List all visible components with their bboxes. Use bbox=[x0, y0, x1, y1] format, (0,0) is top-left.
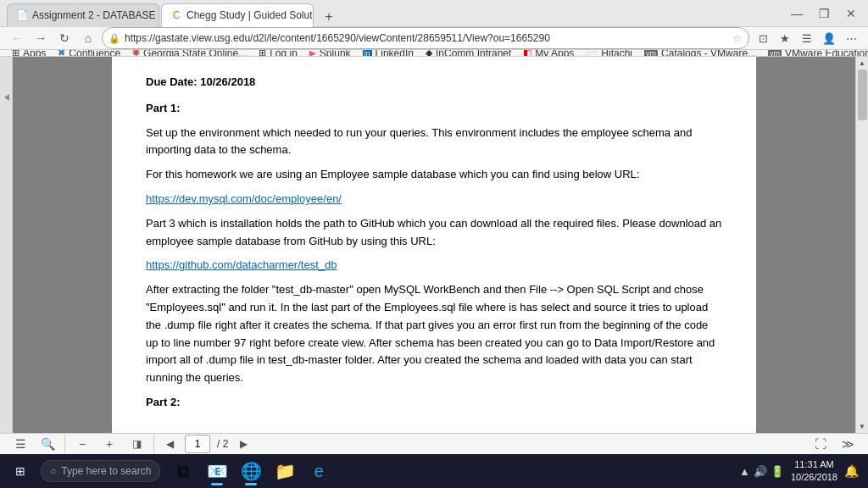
taskbar-search-label: Type here to search bbox=[61, 465, 151, 477]
maximize-button[interactable]: ❐ bbox=[814, 7, 834, 20]
bookmark-confluence[interactable]: ✖ Confluence bbox=[53, 50, 125, 57]
scroll-down-button[interactable]: ▼ bbox=[856, 420, 869, 433]
bookmark-incomm[interactable]: ◆ InComm Intranet bbox=[420, 50, 516, 57]
confluence-icon: ✖ bbox=[58, 50, 65, 57]
taskbar-chrome[interactable]: 🌐 bbox=[235, 455, 267, 487]
bookmark-vmware-edu[interactable]: vm VMware Education bbox=[763, 50, 868, 57]
url-container: 🔒 ☆ bbox=[102, 27, 749, 49]
bookmark-incomm-label: InComm Intranet bbox=[436, 50, 511, 57]
bookmark-gsu[interactable]: ❋ Georgia State Online... bbox=[127, 50, 252, 57]
pdf-page-number[interactable] bbox=[185, 435, 210, 453]
taskbar-outlook[interactable]: 📧 bbox=[201, 455, 233, 487]
bookmark-splunk-label: Splunk bbox=[320, 50, 351, 57]
tab1-favicon: 📄 bbox=[16, 9, 28, 21]
new-tab-button[interactable]: + bbox=[319, 7, 339, 27]
bookmark-hitachi[interactable]: 📄 Hitachi bbox=[581, 50, 637, 57]
left-arrow-icon[interactable] bbox=[3, 94, 9, 101]
incomm-icon: ◆ bbox=[426, 50, 432, 57]
taskview-icon: ⧉ bbox=[177, 462, 189, 481]
bookmark-splunk[interactable]: ▶ Splunk bbox=[304, 50, 356, 57]
toolbar-separator2 bbox=[153, 435, 154, 452]
mysql-link[interactable]: https://dev.mysql.com/doc/employee/en/ bbox=[146, 192, 342, 205]
taskbar-taskview[interactable]: ⧉ bbox=[167, 455, 199, 487]
history-button[interactable]: ⊡ bbox=[753, 28, 773, 48]
bookmark-vmware-catalogs[interactable]: vm Catalogs - VMware... bbox=[639, 50, 761, 57]
profile-button[interactable]: 👤 bbox=[819, 28, 839, 48]
notification-button[interactable]: 🔔 bbox=[844, 464, 858, 478]
hub-button[interactable]: ☰ bbox=[797, 28, 817, 48]
bookmarks-bar: ⊞ Apps ✖ Confluence ❋ Georgia State Onli… bbox=[0, 50, 868, 57]
pdf-content: Due Date: 10/26/2018 Part 1: Set up the … bbox=[146, 74, 722, 412]
tabs-container: 📄 Assignment 2 - DATABASE SYST... ✕ C Ch… bbox=[7, 0, 787, 27]
bookmark-apps[interactable]: ⊞ Apps bbox=[7, 50, 51, 57]
edge-icon: e bbox=[314, 462, 324, 481]
favorites-button[interactable]: ★ bbox=[775, 28, 795, 48]
toolbar-separator1 bbox=[64, 435, 65, 452]
main-area: Due Date: 10/26/2018 Part 1: Set up the … bbox=[0, 57, 868, 433]
left-sidebar bbox=[0, 57, 13, 433]
address-bar: ← → ↻ ⌂ 🔒 ☆ ⊡ ★ ☰ 👤 ⋯ bbox=[0, 27, 868, 50]
network-icon[interactable]: ▲ bbox=[739, 465, 750, 478]
scroll-thumb[interactable] bbox=[858, 69, 867, 120]
linkedin-icon: in bbox=[363, 50, 372, 57]
pdf-sidebar-toggle[interactable]: ☰ bbox=[10, 434, 31, 454]
pdf-search-button[interactable]: 🔍 bbox=[37, 434, 58, 454]
login-icon: ⊞ bbox=[259, 50, 266, 57]
home-button[interactable]: ⌂ bbox=[78, 28, 98, 48]
taskbar-clock[interactable]: 11:31 AM 10/26/2018 bbox=[791, 458, 837, 485]
taskbar-time-display: 11:31 AM bbox=[794, 458, 833, 471]
bookmark-myapps[interactable]: ◧ My Apps bbox=[518, 50, 579, 57]
pdf-fit-page[interactable]: ◨ bbox=[126, 434, 147, 454]
start-button[interactable]: ⊞ bbox=[3, 454, 37, 488]
vmware-edu-icon: vm bbox=[768, 50, 782, 57]
myapps-icon: ◧ bbox=[523, 50, 531, 57]
forward-button[interactable]: → bbox=[31, 28, 51, 48]
pdf-toolbar: ☰ 🔍 − + ◨ ◀ / 2 ▶ ⛶ ≫ bbox=[0, 433, 868, 454]
splunk-icon: ▶ bbox=[309, 50, 316, 57]
pdf-fullscreen-button[interactable]: ⛶ bbox=[810, 434, 831, 454]
taskbar-apps: ⧉ 📧 🌐 📁 e bbox=[167, 455, 335, 487]
pdf-prev-page[interactable]: ◀ bbox=[161, 435, 178, 452]
pdf-zoom-in[interactable]: + bbox=[99, 434, 120, 454]
close-button[interactable]: ✕ bbox=[841, 7, 861, 20]
part1-heading: Part 1: bbox=[146, 100, 722, 118]
scroll-up-button[interactable]: ▲ bbox=[856, 57, 869, 69]
pdf-expand-button[interactable]: ≫ bbox=[837, 434, 858, 454]
bookmark-gsu-label: Georgia State Online... bbox=[143, 50, 247, 57]
bookmark-linkedin-label: LinkedIn bbox=[376, 50, 414, 57]
right-scrollbar: ▲ ▼ bbox=[855, 57, 868, 433]
scroll-track[interactable] bbox=[856, 69, 869, 420]
address-bar-icons: ⊡ ★ ☰ 👤 ⋯ bbox=[753, 28, 861, 48]
taskbar-search[interactable]: ○ Type here to search bbox=[41, 460, 160, 482]
ssl-lock-icon: 🔒 bbox=[108, 33, 120, 44]
bookmark-apps-label: Apps bbox=[23, 50, 46, 57]
bookmark-star-icon[interactable]: ☆ bbox=[732, 32, 743, 45]
battery-icon[interactable]: 🔋 bbox=[771, 465, 784, 478]
volume-icon[interactable]: 🔊 bbox=[754, 465, 767, 478]
bookmark-vmware-edu-label: VMware Education bbox=[785, 50, 868, 57]
refresh-button[interactable]: ↻ bbox=[54, 28, 75, 48]
minimize-button[interactable]: — bbox=[787, 7, 807, 20]
taskbar-edge[interactable]: e bbox=[303, 455, 335, 487]
pdf-next-page[interactable]: ▶ bbox=[235, 435, 252, 452]
outlook-icon: 📧 bbox=[207, 461, 228, 481]
bookmark-confluence-label: Confluence bbox=[69, 50, 120, 57]
bookmark-login[interactable]: ⊞ Log in bbox=[253, 50, 303, 57]
url-input[interactable] bbox=[102, 27, 749, 49]
due-date: Due Date: 10/26/2018 bbox=[146, 74, 722, 92]
taskbar-explorer[interactable]: 📁 bbox=[269, 455, 301, 487]
vmware-catalogs-icon: vm bbox=[644, 50, 658, 57]
tab-assignment[interactable]: 📄 Assignment 2 - DATABASE SYST... ✕ bbox=[7, 3, 159, 27]
title-bar: 📄 Assignment 2 - DATABASE SYST... ✕ C Ch… bbox=[0, 0, 868, 27]
bookmark-linkedin[interactable]: in LinkedIn bbox=[358, 50, 419, 57]
pdf-para4: After extracting the folder "test_db-mas… bbox=[146, 281, 722, 387]
hitachi-icon: 📄 bbox=[586, 50, 598, 57]
pdf-zoom-out[interactable]: − bbox=[72, 434, 92, 454]
taskbar-right: ▲ 🔊 🔋 11:31 AM 10/26/2018 🔔 bbox=[739, 458, 865, 485]
back-button[interactable]: ← bbox=[7, 28, 27, 48]
github-link[interactable]: https://github.com/datacharmer/test_db bbox=[146, 258, 337, 271]
settings-button[interactable]: ⋯ bbox=[841, 28, 861, 48]
tab2-favicon: C bbox=[170, 9, 182, 21]
chrome-icon: 🌐 bbox=[241, 461, 262, 481]
tab-chegg[interactable]: C Chegg Study | Guided Solutions... ✕ bbox=[161, 3, 314, 27]
